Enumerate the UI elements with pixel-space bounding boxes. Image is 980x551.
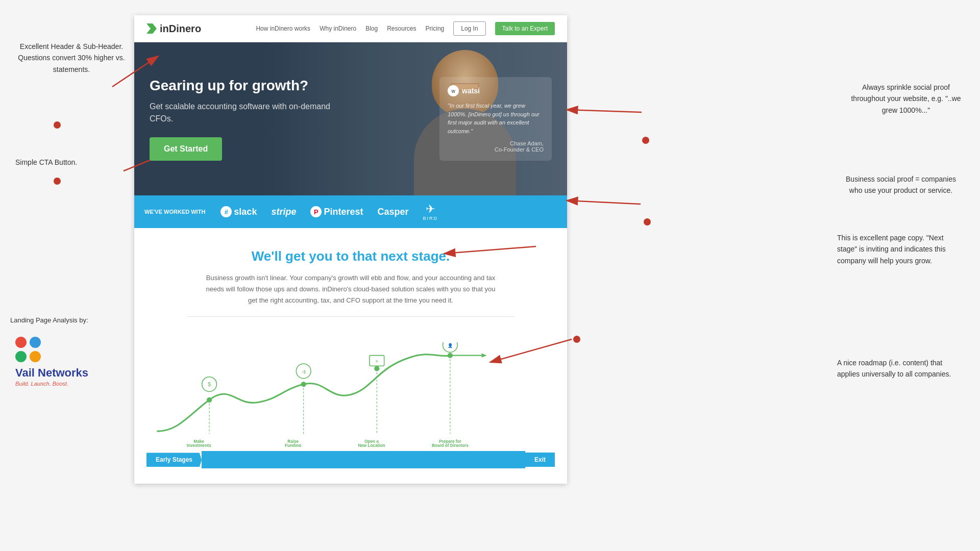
svg-text:👤: 👤: [448, 343, 453, 349]
divider: [187, 316, 514, 317]
hero-content: Gearing up for growth? Get scalable acco…: [134, 57, 349, 181]
annotation-social-proof: Always sprinkle social proof throughout …: [847, 82, 965, 116]
vail-logo: Vail Networks Build. Launch. Boost.: [15, 337, 88, 387]
svg-text:New Location: New Location: [358, 443, 385, 447]
dot-blue: [30, 337, 41, 348]
page-wrapper: inDinero How inDinero works Why inDinero…: [0, 0, 980, 551]
bird-text: BIRD: [423, 216, 438, 221]
stage-end: Exit: [525, 453, 555, 467]
talk-to-expert-button[interactable]: Talk to an Expert: [495, 22, 555, 35]
annotation-copy: This is excellent page copy. "Next stage…: [837, 232, 960, 266]
svg-point-37: [573, 336, 580, 343]
hero-section: Gearing up for growth? Get scalable acco…: [134, 42, 567, 195]
logo-text: inDinero: [160, 23, 201, 35]
casper-logo: Casper: [377, 207, 408, 217]
partners-label: WE'VE WORKED WITH: [144, 209, 205, 215]
watsi-name: watsi: [462, 87, 480, 95]
partner-logos: # slack stripe P Pinterest Casper ✈ BIRD: [220, 203, 557, 221]
annotation-cta: Simple CTA Button.: [15, 158, 107, 166]
svg-marker-9: [481, 354, 486, 358]
logo: inDinero: [146, 23, 201, 35]
annotation-roadmap: A nice roadmap (i.e. content) that appli…: [837, 357, 954, 380]
bird-logo: ✈ BIRD: [423, 203, 438, 221]
svg-line-31: [567, 110, 642, 112]
vail-dots: [15, 337, 46, 362]
stripe-logo: stripe: [271, 207, 296, 217]
login-button[interactable]: Log In: [453, 21, 485, 36]
svg-text:≡: ≡: [376, 359, 378, 364]
svg-point-6: [374, 366, 379, 371]
svg-point-28: [54, 121, 61, 129]
pinterest-icon: P: [310, 206, 322, 217]
stage-bar: Early Stages Exit: [146, 451, 555, 468]
pinterest-logo: P Pinterest: [310, 206, 363, 217]
nav-how-it-works[interactable]: How inDinero works: [256, 25, 310, 32]
vail-tagline: Build. Launch. Boost.: [15, 381, 88, 387]
logo-icon: [146, 23, 157, 34]
mid-section: We'll get you to that next stage. Busine…: [134, 228, 567, 332]
testimonial-logo: w watsi: [448, 85, 544, 96]
mid-headline: We'll get you to that next stage.: [146, 248, 555, 264]
stage-bar-fill: [202, 451, 525, 468]
navbar: inDinero How inDinero works Why inDinero…: [134, 15, 567, 42]
nav-resources[interactable]: Resources: [387, 25, 416, 32]
svg-text:↑$: ↑$: [301, 370, 306, 374]
hero-title: Gearing up for growth?: [150, 77, 333, 94]
testimonial-quote: "In our first fiscal year, we grew 1000%…: [448, 102, 544, 135]
get-started-button[interactable]: Get Started: [150, 137, 222, 161]
svg-point-32: [642, 137, 649, 144]
svg-text:Funding: Funding: [285, 443, 301, 447]
bird-icon: ✈: [426, 203, 435, 216]
svg-point-34: [644, 218, 651, 226]
testimonial-author: Chase Adam, Co-Founder & CEO: [448, 140, 544, 153]
svg-point-30: [54, 178, 61, 185]
mid-body: Business growth isn't linear. Your compa…: [203, 272, 499, 306]
website-screenshot: inDinero How inDinero works Why inDinero…: [134, 15, 567, 484]
annotation-biz-proof: Business social proof = companies who us…: [842, 173, 960, 196]
hero-subtitle: Get scalable accounting software with on…: [150, 101, 333, 125]
roadmap-chart: $ ↑$ ≡ 👤 Make Investments Raise Funding …: [146, 342, 555, 447]
branding-label: Landing Page Analysis by:: [10, 316, 88, 324]
nav-links: How inDinero works Why inDinero Blog Res…: [256, 21, 555, 36]
slack-icon: #: [220, 206, 232, 217]
svg-line-33: [567, 201, 641, 204]
testimonial-card: w watsi "In our first fiscal year, we gr…: [439, 77, 552, 161]
nav-why[interactable]: Why inDinero: [320, 25, 356, 32]
nav-pricing[interactable]: Pricing: [426, 25, 445, 32]
svg-text:Investments: Investments: [187, 443, 211, 447]
dot-gold: [30, 351, 41, 362]
svg-text:Board of Directors: Board of Directors: [432, 443, 469, 447]
annotation-header: Excellent Header & Sub-Header. Questions…: [10, 41, 133, 75]
svg-point-4: [207, 397, 212, 403]
nav-blog[interactable]: Blog: [365, 25, 378, 32]
slack-logo: # slack: [220, 206, 257, 217]
svg-point-5: [301, 382, 306, 387]
roadmap-section: $ ↑$ ≡ 👤 Make Investments Raise Funding …: [134, 332, 567, 484]
vail-company-name: Vail Networks: [15, 366, 88, 380]
stage-start: Early Stages: [146, 453, 202, 467]
watsi-icon: w: [448, 85, 459, 96]
svg-text:$: $: [208, 382, 211, 387]
dot-red: [15, 337, 27, 348]
dot-green: [15, 351, 27, 362]
partners-bar: WE'VE WORKED WITH # slack stripe P Pinte…: [134, 195, 567, 228]
